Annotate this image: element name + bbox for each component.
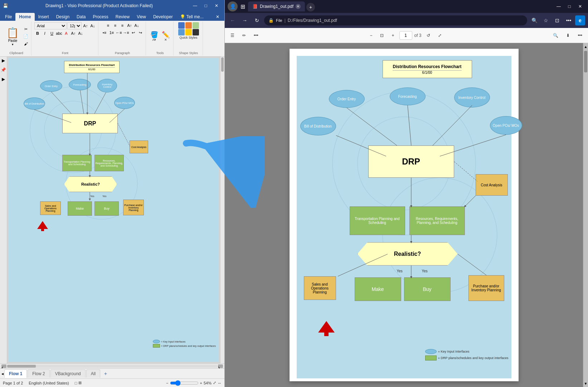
tab-process[interactable]: Process [89, 13, 112, 21]
decrease-font-button[interactable]: A↓ [89, 23, 96, 29]
pdf-pen-button[interactable]: ✏ [239, 30, 249, 40]
new-tab-button[interactable]: + [306, 3, 315, 11]
scroll-down-arrow[interactable]: ▼ [583, 380, 588, 387]
cut-button[interactable]: ✂ [23, 26, 29, 33]
align-right-button[interactable]: ≡ [119, 22, 126, 29]
tab-data[interactable]: Data [73, 13, 89, 21]
pdf-content-area[interactable]: Distribution Resources Flowchart 6/1/00 … [225, 43, 583, 387]
format-painter-button[interactable]: 🖌 [23, 40, 29, 47]
zoom-out-button[interactable]: − [166, 381, 168, 385]
tab-all[interactable]: All [86, 369, 100, 378]
line-color-button[interactable]: ✏️ ✕ [160, 31, 171, 42]
back-button[interactable]: ← [228, 15, 238, 25]
tab-design[interactable]: Design [53, 13, 73, 21]
forward-button[interactable]: → [240, 15, 250, 25]
font-size-select[interactable]: 12pt. [67, 22, 82, 29]
align-left-button[interactable]: ≡ [105, 22, 111, 29]
scrollbar-thumb[interactable] [221, 57, 224, 72]
pdf-scrollbar[interactable]: ▲ ▼ [583, 43, 588, 387]
zoom-browser-button[interactable]: 🔍 [529, 15, 539, 25]
browser-maximize-button[interactable]: □ [564, 1, 574, 11]
scroll-right[interactable]: › [218, 364, 223, 368]
horizontal-scrollbar[interactable]: ‹ › [0, 363, 224, 368]
copy-button[interactable]: 📄 [23, 33, 29, 40]
pdf-toc-button[interactable]: ☰ [228, 30, 237, 40]
strikethrough-button[interactable]: abc [56, 30, 62, 37]
canvas-scrollbar-right[interactable] [220, 57, 224, 363]
style-swatch-3[interactable] [193, 22, 199, 29]
tab-flow1[interactable]: Flow 1 [4, 369, 27, 378]
scrollbar-h-thumb[interactable] [7, 365, 36, 368]
scroll-track[interactable] [583, 50, 588, 380]
tab-view[interactable]: View [133, 13, 150, 21]
style-swatch-5[interactable] [185, 29, 192, 35]
fill-color-button[interactable]: 🪣 A▾ [149, 31, 160, 42]
tab-home[interactable]: Home [15, 13, 34, 21]
address-bar[interactable]: 🔒 File | D:/Files/Drawing1_out.pdf [264, 15, 527, 25]
increase-indent-button[interactable]: A↑ [70, 30, 77, 37]
zoom-out-pdf-button[interactable]: − [367, 30, 375, 40]
maximize-button[interactable]: □ [201, 1, 211, 11]
font-name-select[interactable]: Arial [34, 22, 67, 29]
minimize-button[interactable]: — [190, 1, 200, 11]
fit-width-button[interactable]: ↔ [218, 381, 222, 385]
panel-pin-button[interactable]: 📌 [1, 67, 6, 72]
font-color-button[interactable]: A [63, 30, 69, 37]
increase-font-button[interactable]: A↑ [82, 23, 89, 29]
style-swatch-6[interactable] [193, 29, 199, 35]
refresh-button[interactable]: ↻ [252, 15, 262, 25]
ltr-button[interactable]: ↪ [137, 29, 144, 36]
page-fit-button[interactable]: ⤢ [435, 30, 444, 40]
scroll-thumb[interactable] [584, 51, 587, 72]
tab-close-ribbon[interactable]: ✕ [212, 13, 223, 21]
diagram-canvas[interactable]: Distribution Resources Flowchart 6/1/00 … [9, 58, 219, 362]
pdf-more-button[interactable]: ••• [575, 30, 585, 40]
expand-panel-button[interactable]: ▶ [2, 58, 5, 63]
tab-developer[interactable]: Developer [150, 13, 176, 21]
tab-vbackground[interactable]: VBackground [50, 369, 86, 378]
browser-menu-button[interactable]: ⊞ [240, 3, 245, 10]
scroll-tabs-left[interactable]: ◂ [1, 371, 4, 376]
pdf-tools-more-button[interactable]: ••• [251, 30, 261, 40]
profile-avatar[interactable]: 👤 [228, 1, 238, 11]
pdf-tab[interactable]: 📕 Drawing1_out.pdf ✕ [248, 1, 305, 11]
zoom-in-button[interactable]: + [200, 381, 202, 385]
scroll-up-arrow[interactable]: ▲ [583, 43, 588, 50]
rtl-button[interactable]: ↩ [130, 29, 136, 36]
pdf-search-button[interactable]: 🔍 [550, 30, 561, 40]
tab-insert[interactable]: Insert [35, 13, 53, 21]
fit-page-pdf-button[interactable]: ⊡ [377, 30, 387, 40]
browser-minimize-button[interactable]: — [554, 1, 564, 11]
pdf-download-button[interactable]: ⬇ [563, 30, 573, 40]
normal-view-button[interactable]: □ [75, 381, 77, 385]
browser-more-button[interactable]: ••• [564, 15, 574, 25]
tab-flow2[interactable]: Flow 2 [28, 369, 49, 378]
browser-close-button[interactable]: ✕ [575, 1, 585, 11]
style-swatch-1[interactable] [178, 22, 185, 29]
bold-button[interactable]: B [34, 30, 41, 37]
number-button[interactable]: 1≡ [108, 29, 115, 36]
page-number-input[interactable] [399, 31, 412, 40]
rotate-button[interactable]: ↺ [424, 30, 433, 40]
bullet-button[interactable]: •≡ [101, 29, 108, 36]
tab-file[interactable]: File [1, 13, 15, 21]
add-sheet-button[interactable]: ＋ [101, 371, 110, 377]
tab-tellme[interactable]: 💡 Tell me... [176, 13, 207, 21]
pdf-tab-close-button[interactable]: ✕ [296, 4, 301, 9]
style-swatch-4[interactable] [178, 29, 185, 35]
style-swatch-2[interactable] [185, 22, 192, 29]
underline-button[interactable]: U [49, 30, 55, 37]
scroll-left[interactable]: ‹ [1, 364, 6, 368]
paste-button[interactable]: 📋 Paste ▾ [4, 25, 22, 48]
star-button[interactable]: ☆ [541, 15, 551, 25]
align-center-button[interactable]: ≡ [112, 22, 118, 29]
edge-logo[interactable]: e [575, 15, 585, 25]
zoom-in-pdf-button[interactable]: + [389, 30, 397, 40]
increase-para-button[interactable]: A↑ [126, 22, 133, 29]
zoom-slider[interactable] [170, 380, 199, 386]
scrollbar-track[interactable] [7, 365, 217, 368]
tab-review[interactable]: Review [112, 13, 133, 21]
decrease-indent-button[interactable]: A↓ [77, 30, 84, 37]
decrease-para-button[interactable]: A↓ [133, 22, 140, 29]
panel-arrow-button[interactable]: ▶ [2, 77, 5, 82]
